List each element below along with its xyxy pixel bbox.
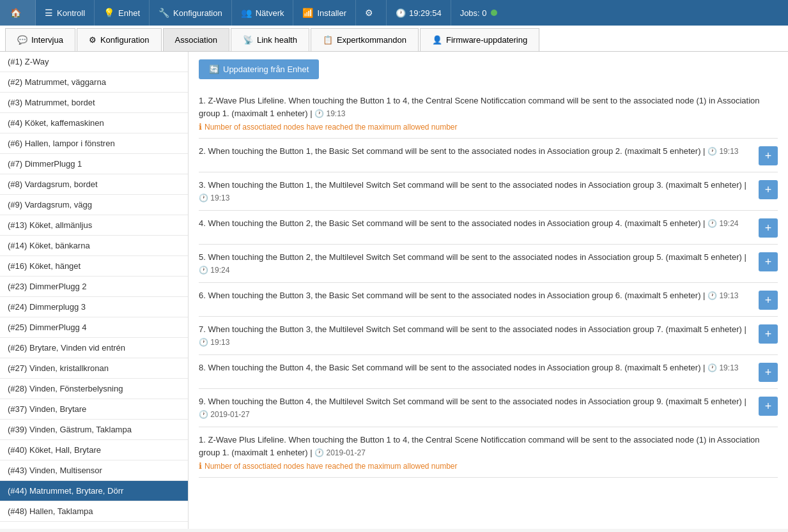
sidebar-item-6[interactable]: (#7) DimmerPlugg 1 [0,154,188,174]
sidebar-item-8[interactable]: (#9) Vardagsrum, vägg [0,195,188,215]
sidebar-item-2[interactable]: (#2) Matrummet, väggarna [0,72,188,93]
tab-bar: 💬 Intervjua ⚙ Konfiguration Association … [0,26,788,52]
sidebar-item-22[interactable]: (#44) Matrummet, Brytare, Dörr [0,481,188,501]
warning-icon: ℹ [199,461,202,471]
assoc-group-text-2: 2. When touching the Button 1, the Basic… [199,145,753,158]
linkhealth-icon: 📡 [243,35,253,45]
kontroll-icon: ☰ [45,8,53,18]
add-node-button-4[interactable]: + [759,218,778,238]
assoc-group-row-8: 8. When touching the Button 4, the Basic… [199,361,778,382]
nav-konfiguration[interactable]: 🔧 Konfiguration [150,0,232,26]
association-group-8: 8. When touching the Button 4, the Basic… [199,355,778,389]
warning-icon: ℹ [199,122,202,132]
association-group-5: 5. When touching the Button 2, the Multi… [199,245,778,283]
assoc-group-text-1: 1. Z-Wave Plus Lifeline. When touching t… [199,95,778,119]
tab-association[interactable]: Association [163,28,229,51]
sidebar-item-14[interactable]: (#25) DimmerPlugg 4 [0,317,188,338]
nav-jobs: Jobs: 0 [451,0,506,26]
assoc-group-row-4: 4. When touching the Button 2, the Basic… [199,217,778,238]
update-icon: 🔄 [209,65,219,74]
content-area: 🔄 Uppdatering från Enhet 1. Z-Wave Plus … [189,52,788,529]
sidebar-item-20[interactable]: (#40) Köket, Hall, Brytare [0,440,188,460]
assoc-group-text-8: 8. When touching the Button 4, the Basic… [199,361,753,374]
assoc-group-text-7: 7. When touching the Button 3, the Multi… [199,323,753,348]
nav-home[interactable]: 🏠 [0,0,36,26]
nav-settings[interactable]: ⚙ [356,0,387,26]
add-node-button-6[interactable]: + [759,291,778,310]
add-node-button-8[interactable]: + [759,363,778,382]
assoc-group-row-3: 3. When touching the Button 1, the Multi… [199,179,778,204]
sidebar-item-1[interactable]: (#1) Z-Way [0,52,188,72]
jobs-status-dot [491,10,497,16]
association-group-1: 1. Z-Wave Plus Lifeline. When touching t… [199,88,778,139]
konfiguration-tab-icon: ⚙ [89,35,97,45]
nav-natverk[interactable]: 👥 Nätverk [232,0,294,26]
sidebar-item-12[interactable]: (#23) DimmerPlugg 2 [0,277,188,297]
firmware-icon: 👤 [432,35,442,45]
natverk-icon: 👥 [241,8,252,18]
assoc-group-row-9: 9. When touching the Button 4, the Multi… [199,395,778,420]
tab-linkhealth[interactable]: 📡 Link health [231,28,309,51]
installer-icon: 📶 [302,8,313,18]
update-from-device-button[interactable]: 🔄 Uppdatering från Enhet [199,59,319,79]
nav-enhet[interactable]: 💡 Enhet [95,0,150,26]
add-node-button-7[interactable]: + [759,324,778,344]
add-node-button-9[interactable]: + [759,397,778,416]
association-group-2: 2. When touching the Button 1, the Basic… [199,139,778,172]
sidebar-item-17[interactable]: (#28) Vinden, Fönsterbelysning [0,379,188,399]
assoc-group-text-6: 6. When touching the Button 3, the Basic… [199,289,753,302]
device-sidebar: (#1) Z-Way(#2) Matrummet, väggarna(#3) M… [0,52,189,529]
warning-text-10: ℹ Number of assoctiated nodes have reach… [199,461,778,471]
enhet-icon: 💡 [104,8,114,18]
settings-icon: ⚙ [365,8,373,18]
assoc-group-row-1: 1. Z-Wave Plus Lifeline. When touching t… [199,95,778,119]
sidebar-item-13[interactable]: (#24) Dimmerplugg 3 [0,297,188,317]
home-icon: 🏠 [10,8,21,18]
association-group-7: 7. When touching the Button 3, the Multi… [199,317,778,355]
warning-text-1: ℹ Number of assoctiated nodes have reach… [199,122,778,132]
nav-time: 🕐 19:29:54 [387,0,451,26]
association-group-3: 3. When touching the Button 1, the Multi… [199,172,778,211]
sidebar-item-15[interactable]: (#26) Brytare, Vinden vid entrén [0,338,188,358]
add-node-button-3[interactable]: + [759,180,778,199]
association-group-6: 6. When touching the Button 3, the Basic… [199,283,778,317]
sidebar-item-21[interactable]: (#43) Vinden, Multisensor [0,460,188,481]
assoc-group-text-9: 9. When touching the Button 4, the Multi… [199,395,753,420]
sidebar-item-3[interactable]: (#3) Matrummet, bordet [0,93,188,113]
sidebar-item-10[interactable]: (#14) Köket, bänkarna [0,236,188,256]
association-group-10: 1. Z-Wave Plus Lifeline. When touching t… [199,427,778,478]
tab-konfiguration[interactable]: ⚙ Konfiguration [77,28,162,51]
sidebar-item-18[interactable]: (#37) Vinden, Brytare [0,399,188,420]
sidebar-item-5[interactable]: (#6) Hallen, lampor i fönstren [0,133,188,154]
expert-icon: 📋 [323,35,333,45]
tab-intervjua[interactable]: 💬 Intervjua [5,28,75,51]
konfiguration-icon: 🔧 [158,8,169,18]
association-group-4: 4. When touching the Button 2, the Basic… [199,211,778,245]
association-group-9: 9. When touching the Button 4, the Multi… [199,389,778,427]
add-node-button-2[interactable]: + [759,146,778,165]
nav-kontroll[interactable]: ☰ Kontroll [36,0,95,26]
assoc-group-row-5: 5. When touching the Button 2, the Multi… [199,251,778,276]
top-navigation: 🏠 ☰ Kontroll 💡 Enhet 🔧 Konfiguration 👥 N… [0,0,788,26]
tab-expertkommandon[interactable]: 📋 Expertkommandon [311,28,419,51]
assoc-group-row-2: 2. When touching the Button 1, the Basic… [199,145,778,165]
assoc-group-row-7: 7. When touching the Button 3, the Multi… [199,323,778,348]
sidebar-item-4[interactable]: (#4) Köket, kaffemaskinen [0,113,188,133]
intervjua-icon: 💬 [17,35,27,45]
assoc-group-text-10: 1. Z-Wave Plus Lifeline. When touching t… [199,434,778,459]
add-node-button-5[interactable]: + [759,252,778,271]
tab-firmware[interactable]: 👤 Firmware-uppdatering [420,28,539,51]
assoc-group-text-4: 4. When touching the Button 2, the Basic… [199,217,753,230]
assoc-group-row-10: 1. Z-Wave Plus Lifeline. When touching t… [199,434,778,459]
assoc-group-row-6: 6. When touching the Button 3, the Basic… [199,289,778,310]
sidebar-item-7[interactable]: (#8) Vardagsrum, bordet [0,174,188,195]
clock-icon: 🕐 [396,8,406,18]
sidebar-item-9[interactable]: (#13) Köket, allmänljus [0,215,188,236]
sidebar-item-16[interactable]: (#27) Vinden, kristallkronan [0,358,188,379]
sidebar-item-19[interactable]: (#39) Vinden, Gästrum, Taklampa [0,420,188,440]
sidebar-item-11[interactable]: (#16) Köket, hänget [0,256,188,277]
sidebar-item-23[interactable]: (#48) Hallen, Taklampa [0,501,188,522]
assoc-group-text-5: 5. When touching the Button 2, the Multi… [199,251,753,276]
assoc-group-text-3: 3. When touching the Button 1, the Multi… [199,179,753,204]
nav-installer[interactable]: 📶 Installer [293,0,356,26]
